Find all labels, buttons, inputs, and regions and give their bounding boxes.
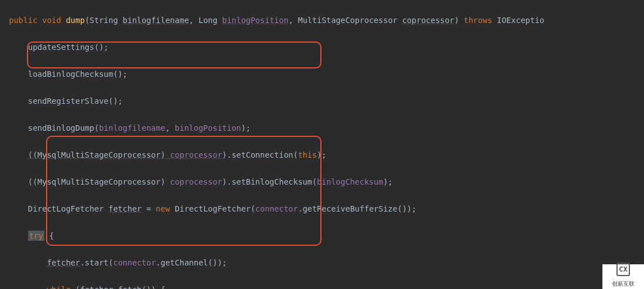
var-name: fetcher (108, 204, 142, 213)
param-2: binlogPosition (222, 16, 288, 25)
paren: ) (454, 16, 464, 25)
call: .getReceiveBufferSize()); (298, 204, 416, 213)
code-line-6: ((MysqlMultiStageCoprocessor) coprocesso… (9, 148, 644, 162)
brace: { (44, 231, 54, 240)
code-line-11: while (fetcher.fetch()) { (9, 283, 644, 289)
call: sendBinlogDump( (28, 123, 99, 132)
logo-icon: CX (616, 263, 630, 276)
logo-text: 创新互联 (612, 277, 634, 289)
cast: ((MysqlMultiStageCoprocessor) (28, 150, 170, 159)
arg: binlogPosition (175, 123, 241, 132)
semi: ); (241, 123, 251, 132)
param-3: coprocessor (402, 16, 455, 25)
var: fetcher (80, 285, 113, 289)
code-line-3: loadBinlogChecksum(); (9, 67, 644, 81)
call: ).setBinlogChecksum( (222, 177, 317, 186)
code-line-7: ((MysqlMultiStageCoprocessor) coprocesso… (9, 175, 644, 189)
statement: updateSettings(); (28, 43, 108, 52)
type: DirectLogFetcher (28, 204, 108, 213)
paren: ( (71, 285, 80, 289)
keyword-throws: throws (464, 16, 492, 25)
arg: coprocessor (170, 150, 223, 159)
call: .getChannel()); (156, 258, 226, 267)
method-name: dump (66, 16, 85, 25)
arg: binlogfilename (99, 123, 165, 132)
code-line-2: updateSettings(); (9, 40, 644, 54)
code-line-1: public void dump(String binlogfilename, … (9, 13, 644, 27)
code-line-5: sendBinlogDump(binlogfilename, binlogPos… (9, 121, 644, 135)
arg: connector (113, 258, 156, 267)
code-line-8: DirectLogFetcher fetcher = new DirectLog… (9, 202, 644, 215)
comma: , (165, 123, 175, 132)
call: .fetch()) { (113, 285, 165, 289)
code-line-9: try { (9, 229, 644, 242)
code-editor[interactable]: public void dump(String binlogfilename, … (0, 0, 644, 289)
arg: binlogChecksum (317, 177, 383, 186)
keyword-void: void (42, 16, 61, 25)
comma: , MultiStageCoprocessor (288, 16, 402, 25)
semi: ); (383, 177, 393, 186)
keyword-public: public (9, 16, 38, 25)
call: ).setConnection( (222, 150, 298, 159)
keyword-while: while (47, 285, 70, 289)
eq: = (142, 204, 156, 213)
arg: connector (255, 204, 298, 213)
statement: loadBinlogChecksum(); (28, 70, 128, 79)
keyword-this: this (298, 150, 317, 159)
arg: coprocessor (170, 177, 223, 186)
paren: (String (85, 16, 123, 25)
param-1: binlogfilename (123, 16, 189, 25)
code-line-4: sendRegisterSlave(); (9, 94, 644, 108)
watermark-logo: CX 创新互联 (602, 264, 644, 289)
semi: ); (317, 150, 326, 159)
call: .start( (80, 258, 113, 267)
cast: ((MysqlMultiStageCoprocessor) (28, 177, 170, 186)
exception-type: IOExceptio (492, 16, 545, 25)
statement: sendRegisterSlave(); (28, 97, 123, 105)
keyword-try: try (28, 231, 44, 241)
code-line-10: fetcher.start(connector.getChannel()); (9, 256, 644, 269)
ctor: DirectLogFetcher( (170, 204, 256, 213)
comma: , Long (189, 16, 222, 25)
var: fetcher (47, 258, 80, 267)
keyword-new: new (156, 204, 170, 213)
